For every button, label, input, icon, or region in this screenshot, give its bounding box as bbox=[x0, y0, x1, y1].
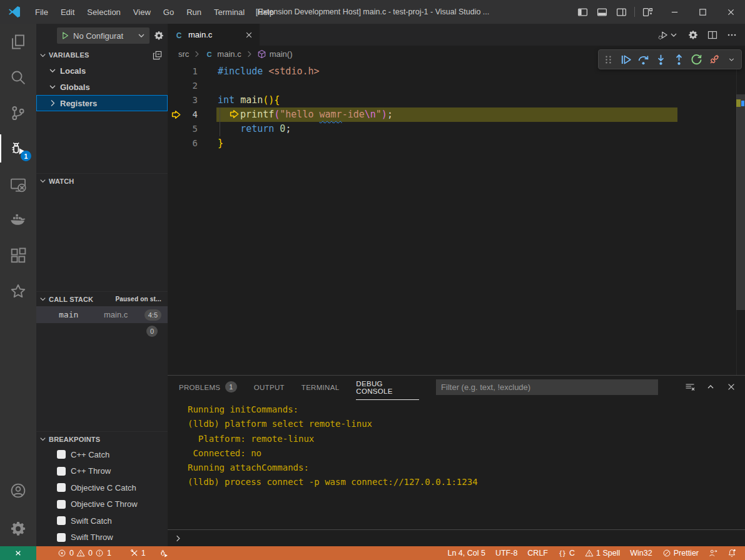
menu-selection[interactable]: Selection bbox=[81, 0, 126, 24]
variables-section-header[interactable]: VARIABLES bbox=[36, 48, 168, 62]
console-filter-input[interactable] bbox=[436, 379, 658, 395]
activity-item-run-and-debug[interactable]: 1 bbox=[0, 131, 36, 166]
variables-scope-registers[interactable]: Registers bbox=[36, 95, 168, 111]
breadcrumb-item[interactable]: main() bbox=[257, 49, 293, 59]
session-row[interactable]: 0 bbox=[36, 323, 168, 339]
problems-status[interactable]: 0 0 1 bbox=[53, 546, 116, 560]
layout-sidebar-right-icon[interactable] bbox=[616, 7, 627, 18]
maximize-icon bbox=[698, 8, 707, 17]
continue-button[interactable] bbox=[617, 51, 634, 68]
watch-section-header[interactable]: WATCH bbox=[36, 173, 168, 188]
debug-session-status[interactable] bbox=[155, 546, 173, 560]
code-line-5[interactable]: 5 return 0; bbox=[168, 122, 745, 136]
breakpoint-checkbox[interactable] bbox=[57, 483, 66, 492]
panel-tab-debug-console[interactable]: DEBUG CONSOLE bbox=[356, 376, 419, 398]
close-tab-icon[interactable] bbox=[245, 31, 253, 39]
menu-view[interactable]: View bbox=[127, 0, 157, 24]
menu-edit[interactable]: Edit bbox=[54, 0, 81, 24]
remote-indicator[interactable] bbox=[0, 546, 36, 560]
breakpoint-checkbox[interactable] bbox=[57, 516, 66, 525]
minimize-button[interactable] bbox=[661, 0, 689, 24]
breakpoint-checkbox[interactable] bbox=[57, 450, 66, 459]
breadcrumb-item[interactable]: Cmain.c bbox=[205, 49, 241, 59]
scrollbar-slider[interactable] bbox=[736, 94, 745, 310]
collapse-all-icon[interactable] bbox=[153, 51, 168, 60]
breakpoint-checkbox[interactable] bbox=[57, 467, 66, 476]
disconnect-button[interactable] bbox=[706, 51, 722, 68]
menu-go[interactable]: Go bbox=[157, 0, 180, 24]
split-editor-icon[interactable] bbox=[707, 30, 717, 40]
panel-tab-output[interactable]: OUTPUT bbox=[254, 376, 285, 398]
spell-checker-status[interactable]: 1 Spell bbox=[580, 546, 625, 560]
variables-scope-globals[interactable]: Globals bbox=[36, 79, 168, 95]
step-into-button[interactable] bbox=[653, 51, 669, 68]
encoding-status[interactable]: UTF-8 bbox=[490, 546, 522, 560]
breakpoint-swift-throw[interactable]: Swift Throw bbox=[36, 529, 168, 546]
code-line-2[interactable]: 2 bbox=[168, 79, 745, 93]
code-line-6[interactable]: 6} bbox=[168, 136, 745, 151]
menu-terminal[interactable]: Terminal bbox=[208, 0, 251, 24]
title-bar: FileEditSelectionViewGoRunTerminalHelp [… bbox=[0, 0, 745, 24]
activity-item-extensions[interactable] bbox=[0, 238, 36, 273]
chevron-down-icon bbox=[38, 434, 48, 444]
customize-layout-icon[interactable] bbox=[642, 7, 653, 18]
forwarded-ports-status[interactable]: 1 bbox=[125, 546, 151, 560]
layout-sidebar-left-icon[interactable] bbox=[577, 7, 588, 18]
breakpoint-checkbox[interactable] bbox=[57, 500, 66, 509]
tools-icon bbox=[130, 549, 139, 558]
menu-run[interactable]: Run bbox=[180, 0, 208, 24]
open-launch-json-gear-icon[interactable] bbox=[154, 31, 164, 41]
breakpoint-objective-c-catch[interactable]: Objective C Catch bbox=[36, 479, 168, 496]
code-line-3[interactable]: 3int main(){ bbox=[168, 93, 745, 108]
breakpoint-checkbox[interactable] bbox=[57, 533, 66, 542]
run-or-debug-icon[interactable] bbox=[658, 30, 679, 40]
activity-item-accounts[interactable] bbox=[0, 472, 36, 508]
panel-tab-problems[interactable]: PROBLEMS1 bbox=[179, 376, 237, 398]
breadcrumb-item[interactable]: src bbox=[178, 49, 189, 59]
launch-configuration-dropdown[interactable]: No Configurat bbox=[57, 28, 150, 44]
activity-item-docker[interactable] bbox=[0, 202, 36, 238]
code-editor[interactable]: 1#include <stdio.h>23int main(){4 printf… bbox=[168, 62, 745, 375]
settings-gear-icon[interactable] bbox=[688, 30, 698, 40]
activity-item-remote-explorer[interactable] bbox=[0, 166, 36, 202]
layout-panel-icon[interactable] bbox=[597, 7, 607, 18]
drag-handle-button[interactable] bbox=[600, 51, 616, 68]
activity-item-source-control[interactable] bbox=[0, 95, 36, 131]
clear-console-icon[interactable] bbox=[685, 382, 695, 392]
debug-console-input[interactable] bbox=[168, 529, 745, 546]
menu-file[interactable]: File bbox=[29, 0, 54, 24]
step-over-button[interactable] bbox=[636, 51, 652, 68]
activity-item-settings[interactable] bbox=[0, 511, 36, 546]
activity-item-search[interactable] bbox=[0, 59, 36, 95]
language-mode-status[interactable]: {} C bbox=[553, 546, 580, 560]
maximize-panel-icon[interactable] bbox=[706, 382, 716, 392]
call-stack-section-header[interactable]: CALL STACK Paused on st... bbox=[36, 291, 168, 306]
maximize-button[interactable] bbox=[689, 0, 717, 24]
stack-frame-row[interactable]: main main.c 4:5 bbox=[36, 306, 168, 323]
variables-scope-locals[interactable]: Locals bbox=[36, 62, 168, 79]
breakpoint-c-catch[interactable]: C++ Catch bbox=[36, 446, 168, 463]
code-line-4[interactable]: 4 printf("hello wamr-ide\n"); bbox=[168, 108, 745, 122]
notifications-button[interactable] bbox=[722, 546, 741, 560]
info-icon bbox=[95, 549, 104, 558]
activity-item-explorer[interactable] bbox=[0, 24, 36, 59]
breakpoints-section-header[interactable]: BREAKPOINTS bbox=[36, 431, 168, 446]
activity-item-marketplace[interactable] bbox=[0, 273, 36, 309]
close-window-button[interactable] bbox=[717, 0, 745, 24]
close-panel-icon[interactable] bbox=[726, 382, 736, 392]
restart-button[interactable] bbox=[688, 51, 704, 68]
more-actions-icon[interactable] bbox=[727, 30, 737, 40]
platform-status[interactable]: Win32 bbox=[625, 546, 657, 560]
step-out-button[interactable] bbox=[671, 51, 687, 68]
breakpoint-c-throw[interactable]: C++ Throw bbox=[36, 463, 168, 480]
cursor-position-status[interactable]: Ln 4, Col 5 bbox=[442, 546, 490, 560]
formatter-status[interactable]: Prettier bbox=[657, 546, 704, 560]
breakpoint-objective-c-throw[interactable]: Objective C Throw bbox=[36, 496, 168, 513]
editor-scrollbar[interactable] bbox=[736, 62, 745, 375]
panel-tab-terminal[interactable]: TERMINAL bbox=[302, 376, 340, 398]
tab-main-c[interactable]: C main.c bbox=[168, 24, 260, 46]
eol-status[interactable]: CRLF bbox=[522, 546, 553, 560]
breakpoint-swift-catch[interactable]: Swift Catch bbox=[36, 512, 168, 529]
debug-more-button[interactable] bbox=[724, 51, 740, 68]
feedback-button[interactable] bbox=[704, 546, 722, 560]
